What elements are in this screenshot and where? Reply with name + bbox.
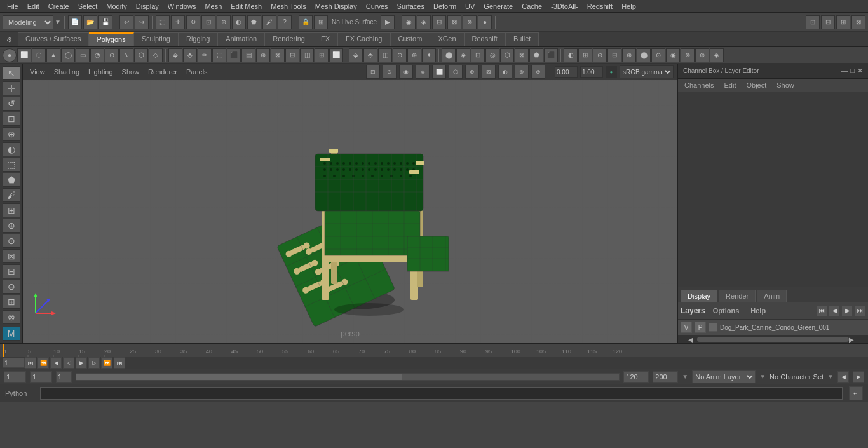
paint-btn[interactable]: 🖌 xyxy=(262,15,276,29)
poly-tool10[interactable]: ◫ xyxy=(300,48,314,62)
poly-tool7[interactable]: ⊕ xyxy=(256,48,270,62)
move-btn[interactable]: ✛ xyxy=(171,15,185,29)
rotate-btn2[interactable]: ↻ xyxy=(186,15,200,29)
viewport-canvas[interactable]: persp xyxy=(23,80,677,343)
next-frame-btn[interactable]: ▷ xyxy=(88,357,100,369)
menu-edit[interactable]: Edit xyxy=(23,2,44,11)
snap2[interactable]: 🔒 xyxy=(299,15,313,29)
right-panel-close[interactable]: ✕ xyxy=(857,67,863,75)
renderer-menu[interactable]: Renderer xyxy=(145,68,180,76)
tab-rigging[interactable]: Rigging xyxy=(179,32,218,46)
vp-cam7[interactable]: ⊕ xyxy=(465,65,479,79)
tab-polygons[interactable]: Polygons xyxy=(89,32,133,46)
soft-btn[interactable]: ◐ xyxy=(232,15,246,29)
tab-xgen[interactable]: XGen xyxy=(430,32,464,46)
render2[interactable]: ◈ xyxy=(417,15,431,29)
layers-scrollbar[interactable]: ◀ ▶ xyxy=(678,336,868,343)
universal-btn[interactable]: ⊕ xyxy=(217,15,231,29)
poly-tool20[interactable]: ◈ xyxy=(456,48,470,62)
menu-display[interactable]: Display xyxy=(132,2,163,11)
tab-animation[interactable]: Animation xyxy=(218,32,265,46)
scale-btn2[interactable]: ⊡ xyxy=(201,15,215,29)
torus-btn[interactable]: ◯ xyxy=(61,48,75,62)
panel-btn2[interactable]: ⊟ xyxy=(821,15,835,29)
cone-btn[interactable]: ▲ xyxy=(46,48,60,62)
show-tab[interactable]: Show xyxy=(773,80,798,90)
snap-surface-btn[interactable]: ⊙ xyxy=(3,234,20,248)
snap-point-btn[interactable]: ⊕ xyxy=(3,219,20,233)
save-file-btn[interactable]: 💾 xyxy=(98,15,112,29)
tab-fx-caching[interactable]: FX Caching xyxy=(338,32,390,46)
sculpt-btn[interactable]: ⬤ xyxy=(637,48,651,62)
menu-mesh-tools[interactable]: Mesh Tools xyxy=(266,2,310,11)
poly-tool24[interactable]: ⊠ xyxy=(515,48,529,62)
poly-tool14[interactable]: ⬘ xyxy=(363,48,377,62)
tab-curves-surfaces[interactable]: Curves / Surfaces xyxy=(18,32,89,46)
universal-tool-btn[interactable]: ⊕ xyxy=(3,127,20,141)
render4[interactable]: ⊠ xyxy=(447,15,461,29)
rotate-tool-btn[interactable]: ↺ xyxy=(3,97,20,111)
live-btn[interactable]: ▶ xyxy=(381,15,395,29)
lasso-btn[interactable]: ⬟ xyxy=(247,15,261,29)
display-tab[interactable]: Display xyxy=(681,290,717,302)
playback-step-input[interactable] xyxy=(56,371,72,383)
go-end-btn[interactable]: ⏭ xyxy=(114,357,125,369)
lasso-sel-btn[interactable]: ⬟ xyxy=(3,173,20,187)
reduce-btn[interactable]: ⊟ xyxy=(607,48,621,62)
vp-cam5[interactable]: ⬜ xyxy=(432,65,446,79)
menu-mesh-display[interactable]: Mesh Display xyxy=(311,2,362,11)
poly-tool19[interactable]: ⬤ xyxy=(442,48,456,62)
sym-btn[interactable]: ⊞ xyxy=(578,48,592,62)
anim-layer-select[interactable]: No Anim Layer xyxy=(692,370,756,383)
snap3[interactable]: ⊞ xyxy=(314,15,328,29)
vp-cam9[interactable]: ◐ xyxy=(498,65,512,79)
new-file-btn[interactable]: 📄 xyxy=(68,15,82,29)
right-panel-max[interactable]: □ xyxy=(850,67,855,75)
layer-nav-back-all[interactable]: ⏮ xyxy=(816,305,827,316)
right-panel-min[interactable]: — xyxy=(841,67,848,75)
layer-color-swatch[interactable] xyxy=(709,323,717,332)
disc-btn[interactable]: ◔ xyxy=(90,48,104,62)
scroll-right-btn[interactable]: ▶ xyxy=(849,336,858,343)
menu-cache[interactable]: Cache xyxy=(517,2,546,11)
prev-frame-btn[interactable]: ◀ xyxy=(50,357,62,369)
scale-tool-btn[interactable]: ⊡ xyxy=(3,112,20,126)
layers-options[interactable]: Options xyxy=(709,306,743,316)
show-attr-btn[interactable]: ⊟ xyxy=(3,264,20,278)
menu-edit-mesh[interactable]: Edit Mesh xyxy=(226,2,266,11)
step-back-btn[interactable]: ⏪ xyxy=(37,357,49,369)
poly-tool15[interactable]: ◫ xyxy=(378,48,392,62)
scroll-left-btn[interactable]: ◀ xyxy=(688,336,697,343)
transfer-btn[interactable]: ⊙ xyxy=(651,48,665,62)
lighting-menu[interactable]: Lighting xyxy=(85,68,116,76)
poly-tool13[interactable]: ⬙ xyxy=(349,48,363,62)
menu-3dtoa[interactable]: -3DtoAll- xyxy=(546,2,583,11)
panels-menu[interactable]: Panels xyxy=(183,68,211,76)
menu-surfaces[interactable]: Surfaces xyxy=(393,2,429,11)
end-frame-input[interactable] xyxy=(623,371,649,383)
crease-btn[interactable]: ⊝ xyxy=(593,48,607,62)
render5[interactable]: ⊗ xyxy=(463,15,477,29)
bshape-btn[interactable]: ◉ xyxy=(666,48,680,62)
tab-rendering[interactable]: Rendering xyxy=(265,32,313,46)
soccer-btn[interactable]: ⬡ xyxy=(134,48,148,62)
layer-nav-fwd-all[interactable]: ⏭ xyxy=(854,305,865,316)
layer-nav-fwd[interactable]: ▶ xyxy=(841,305,853,316)
object-tab[interactable]: Object xyxy=(742,80,770,90)
poly-tool3[interactable]: ✏ xyxy=(198,48,212,62)
vp-cam3[interactable]: ◉ xyxy=(399,65,413,79)
view-menu[interactable]: View xyxy=(27,68,48,76)
uvedit-btn[interactable]: ◈ xyxy=(710,48,724,62)
play-back-btn[interactable]: ◁ xyxy=(63,357,74,369)
vp-cam4[interactable]: ◈ xyxy=(416,65,430,79)
edit-tab[interactable]: Edit xyxy=(720,80,740,90)
shading-menu[interactable]: Shading xyxy=(51,68,83,76)
poly-tool23[interactable]: ⬡ xyxy=(500,48,514,62)
render-tool-btn[interactable]: ⊗ xyxy=(681,48,695,62)
vp-cam2[interactable]: ⊙ xyxy=(383,65,397,79)
undo-btn[interactable]: ↩ xyxy=(119,15,133,29)
range-slider[interactable] xyxy=(76,373,620,381)
cmd-enter-btn[interactable]: ↵ xyxy=(849,386,863,400)
max-frame-input[interactable] xyxy=(653,371,678,383)
poly-tool5[interactable]: ⬛ xyxy=(227,48,241,62)
